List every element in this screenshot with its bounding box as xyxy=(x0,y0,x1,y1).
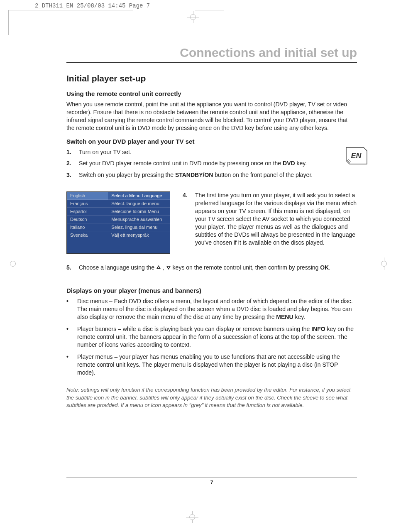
bullet-icon: • xyxy=(66,353,71,377)
lang-menu-prompt: Menusprache auswahlen xyxy=(108,216,170,223)
step-number: 5. xyxy=(66,264,74,272)
lang-menu-row: EspañolSelecione Idioma Menu xyxy=(67,208,170,216)
step-4-row: EnglishSelect a Menu LanguageFrançaisSél… xyxy=(66,191,357,254)
list-item: •Player banners – while a disc is playin… xyxy=(66,325,357,349)
list-item-text: Player banners – while a disc is playing… xyxy=(77,325,357,349)
step-5: 5. Choose a language using the , keys on… xyxy=(66,264,357,272)
page-footer: 7 xyxy=(66,478,357,485)
lang-menu-row: DeutschMenusprache auswahlen xyxy=(67,216,170,223)
lang-menu-row: FrançaisSélect. langue de menu xyxy=(67,200,170,208)
page-content: Connections and initial set up Initial p… xyxy=(66,46,357,409)
crop-line-left xyxy=(8,10,9,35)
lang-menu-name: Italiano xyxy=(67,223,108,231)
lang-menu-prompt: Välj ett menyspråk xyxy=(108,231,170,239)
subheading-switch-on: Switch on your DVD player and your TV se… xyxy=(66,138,357,145)
step-number: 2. xyxy=(66,159,74,168)
lang-menu-row: SvenskaVälj ett menyspråk xyxy=(67,231,170,239)
step-2: 2. Set your DVD player remote control un… xyxy=(66,159,357,168)
lang-menu-name: English xyxy=(67,192,108,200)
note-text: Note: settings will only function if the… xyxy=(66,386,357,409)
print-header: 2_DTH311_EN 25/08/03 14:45 Page 7 xyxy=(35,2,150,9)
step-text: The first time you turn on your player, … xyxy=(195,191,357,246)
crop-line-top xyxy=(8,10,133,10)
steps-list-cont: 5. Choose a language using the , keys on… xyxy=(66,264,357,272)
paragraph-remote: When you use remote control, point the u… xyxy=(66,101,357,132)
lang-menu-prompt: Selez. lingua dal menu xyxy=(108,223,170,231)
step-text: Choose a language using the , keys on th… xyxy=(79,264,330,272)
lang-menu-name: Svenska xyxy=(67,231,108,239)
bullet-icon: • xyxy=(66,297,71,321)
language-badge: EN xyxy=(345,147,368,165)
crop-line-top-right xyxy=(195,10,224,10)
registration-mark-right xyxy=(378,257,390,270)
lang-menu-prompt: Sélect. langue de menu xyxy=(108,200,170,208)
lang-menu-name: Español xyxy=(67,208,108,216)
page-title: Connections and initial set up xyxy=(66,46,357,63)
subheading-displays: Displays on your player (menus and banne… xyxy=(66,287,357,294)
list-item: •Disc menus – Each DVD disc offers a men… xyxy=(66,297,357,321)
page-number: 7 xyxy=(210,480,213,485)
down-arrow-icon xyxy=(166,264,171,272)
lang-menu-name: Français xyxy=(67,200,108,208)
step-text: Set your DVD player remote control unit … xyxy=(79,159,307,168)
step-text: Turn on your TV set. xyxy=(79,148,132,157)
registration-mark-left xyxy=(7,257,19,270)
bullet-icon: • xyxy=(66,325,71,349)
step-1: 1. Turn on your TV set. xyxy=(66,148,357,157)
list-item: •Player menus – your player has menus en… xyxy=(66,353,357,377)
lang-menu-prompt: Selecione Idioma Menu xyxy=(108,208,170,216)
svg-text:EN: EN xyxy=(351,152,362,160)
list-item-text: Disc menus – Each DVD disc offers a menu… xyxy=(77,297,357,321)
registration-mark-bottom xyxy=(186,511,198,523)
bullet-list: •Disc menus – Each DVD disc offers a men… xyxy=(66,297,357,376)
lang-menu-row: ItalianoSelez. lingua dal menu xyxy=(67,223,170,231)
step-number: 1. xyxy=(66,148,74,157)
subheading-remote: Using the remote control unit correctly xyxy=(66,90,357,97)
step-3: 3. Switch on you player by pressing the … xyxy=(66,171,357,179)
step-number: 3. xyxy=(66,171,74,179)
step-text: Switch on you player by pressing the STA… xyxy=(79,171,313,179)
lang-menu-row: EnglishSelect a Menu Language xyxy=(67,192,170,200)
language-menu-screenshot: EnglishSelect a Menu LanguageFrançaisSél… xyxy=(66,191,170,254)
step-number: 4. xyxy=(183,191,190,246)
list-item-text: Player menus – your player has menus ena… xyxy=(77,353,357,377)
up-arrow-icon xyxy=(156,264,161,272)
lang-menu-name: Deutsch xyxy=(67,216,108,223)
step-4: 4. The first time you turn on your playe… xyxy=(183,191,357,246)
lang-menu-prompt: Select a Menu Language xyxy=(108,192,170,200)
registration-mark-top xyxy=(187,11,199,23)
steps-list: 1. Turn on your TV set. 2. Set your DVD … xyxy=(66,148,357,179)
section-heading: Initial player set-up xyxy=(66,74,357,83)
